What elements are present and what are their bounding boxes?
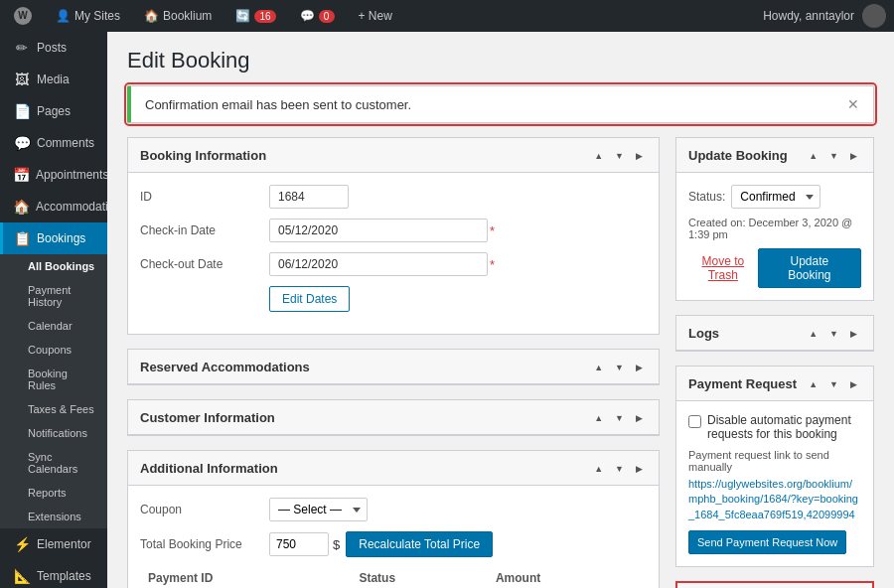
update-booking-button[interactable]: Update Booking — [758, 248, 861, 288]
updates-badge: 16 — [254, 10, 275, 23]
id-input[interactable] — [269, 185, 349, 209]
wp-logo-item[interactable]: W — [8, 0, 38, 32]
logs-collapse-up[interactable] — [805, 324, 821, 342]
sidebar-item-media-label: Media — [37, 73, 70, 86]
new-item[interactable]: + New — [353, 0, 398, 32]
status-select[interactable]: Confirmed Pending Cancelled Refunded — [731, 185, 820, 209]
resend-email-metabox: Resend Email Resend Email Send a copy of… — [675, 581, 874, 588]
coupon-select[interactable]: — Select — — [269, 498, 368, 521]
new-label: + New — [359, 9, 392, 23]
update-booking-body: Status: Confirmed Pending Cancelled Refu… — [676, 173, 873, 300]
payment-request-body: Disable automatic payment requests for t… — [676, 401, 873, 566]
coupon-select-wrap: — Select — — [269, 498, 368, 521]
ub-collapse-up[interactable] — [805, 146, 821, 164]
additional-info-title: Additional Information — [140, 461, 278, 476]
total-price-row: Total Booking Price $ Recalculate Total … — [140, 531, 647, 557]
submenu-taxes-fees[interactable]: Taxes & Fees — [0, 397, 107, 421]
col-status: Status — [351, 567, 488, 588]
logs-collapse-down[interactable] — [825, 324, 842, 342]
ub-collapse-down[interactable] — [825, 146, 842, 164]
pages-icon: 📄 — [13, 103, 31, 119]
res-acc-collapse-down[interactable] — [611, 358, 628, 375]
sidebar-item-comments[interactable]: 💬 Comments — [0, 127, 107, 159]
checkin-input[interactable] — [269, 219, 488, 242]
wp-logo-icon: W — [14, 7, 32, 25]
logs-toggle[interactable] — [846, 324, 861, 342]
pr-link[interactable]: https://uglywebsites.org/booklium/mphb_b… — [688, 477, 861, 522]
edit-dates-row: Edit Dates — [140, 286, 647, 312]
col-amount: Amount — [488, 567, 647, 588]
submenu-coupons[interactable]: Coupons — [0, 338, 107, 362]
move-to-trash-button[interactable]: Move to Trash — [688, 254, 758, 282]
total-price-input[interactable] — [269, 532, 329, 556]
additional-info-controls — [590, 459, 647, 477]
res-acc-collapse-up[interactable] — [590, 358, 607, 375]
booking-info-controls — [590, 146, 647, 164]
booking-info-toggle[interactable] — [632, 146, 647, 164]
add-info-collapse-up[interactable] — [590, 459, 607, 477]
pr-disable-checkbox[interactable] — [688, 415, 701, 428]
recalculate-button[interactable]: Recalculate Total Price — [346, 531, 493, 557]
checkout-row: Check-out Date * — [140, 252, 647, 276]
sidebar-item-media[interactable]: 🖼 Media — [0, 64, 107, 95]
res-acc-toggle[interactable] — [632, 358, 647, 375]
howdy-label: Howdy, anntaylor — [763, 9, 854, 23]
sidebar-item-elementor[interactable]: ⚡ Elementor — [0, 528, 107, 560]
submenu-calendar[interactable]: Calendar — [0, 314, 107, 338]
notice-dismiss[interactable]: ✕ — [847, 96, 859, 112]
pr-toggle[interactable] — [846, 374, 861, 392]
update-booking-title: Update Booking — [688, 148, 788, 163]
submenu-payment-history[interactable]: Payment History — [0, 278, 107, 314]
notice-text: Confirmation email has been sent to cust… — [145, 97, 411, 112]
updates-item[interactable]: 🔄 16 — [229, 0, 281, 32]
bookings-icon: 📋 — [13, 230, 31, 246]
sidebar-item-accommodation[interactable]: 🏠 Accommodation — [0, 191, 107, 222]
status-label: Status: — [688, 190, 725, 204]
edit-dates-button[interactable]: Edit Dates — [269, 286, 350, 312]
cust-info-collapse-up[interactable] — [590, 408, 607, 426]
add-info-toggle[interactable] — [632, 459, 647, 477]
sidebar-item-pages[interactable]: 📄 Pages — [0, 95, 107, 127]
submenu-all-bookings[interactable]: All Bookings — [0, 254, 107, 278]
sidebar-item-posts[interactable]: ✏ Posts — [0, 32, 107, 64]
booking-info-body: ID Check-in Date * Check-out Date * — [128, 173, 659, 334]
pr-link-label: Payment request link to send manually — [688, 449, 861, 473]
booking-info-collapse-down[interactable] — [611, 146, 628, 164]
pr-collapse-up[interactable] — [805, 374, 821, 392]
submenu-booking-rules[interactable]: Booking Rules — [0, 362, 107, 397]
cust-info-collapse-down[interactable] — [611, 408, 628, 426]
add-info-collapse-down[interactable] — [611, 459, 628, 477]
site-name-item[interactable]: 🏠 Booklium — [138, 0, 218, 32]
customer-info-metabox: Customer Information — [127, 399, 660, 436]
submenu-extensions[interactable]: Extensions — [0, 505, 107, 528]
sidebar-item-comments-label: Comments — [37, 136, 94, 150]
submenu-reports[interactable]: Reports — [0, 481, 107, 505]
checkout-input[interactable] — [269, 252, 488, 276]
submenu-sync-calendars[interactable]: Sync Calendars — [0, 445, 107, 481]
booking-info-collapse-up[interactable] — [590, 146, 607, 164]
site-name-label: Booklium — [163, 9, 212, 23]
my-sites-item[interactable]: 👤 My Sites — [50, 0, 126, 32]
ub-toggle[interactable] — [846, 146, 861, 164]
comments-icon: 💬 — [300, 9, 315, 23]
created-on-label: Created on: — [688, 217, 745, 228]
checkin-required: * — [490, 223, 495, 238]
pr-collapse-down[interactable] — [825, 374, 842, 392]
side-column: Update Booking Status: Confirmed — [675, 137, 874, 588]
sidebar-item-bookings-label: Bookings — [37, 231, 85, 245]
appointments-icon: 📅 — [13, 167, 30, 183]
payment-request-metabox: Payment Request Disable automatic paymen… — [675, 366, 874, 567]
payment-request-header: Payment Request — [676, 367, 873, 401]
comments-badge: 0 — [319, 10, 335, 23]
payment-table-header-row: Payment ID Status Amount — [140, 567, 647, 588]
sidebar-item-appointments[interactable]: 📅 Appointments — [0, 159, 107, 191]
col-payment-id: Payment ID — [140, 567, 351, 588]
sidebar-item-bookings[interactable]: 📋 Bookings — [0, 222, 107, 254]
send-payment-request-button[interactable]: Send Payment Request Now — [688, 530, 846, 554]
booking-info-title: Booking Information — [140, 148, 266, 163]
comments-item[interactable]: 💬 0 — [294, 0, 341, 32]
logs-title: Logs — [688, 326, 719, 341]
submenu-notifications[interactable]: Notifications — [0, 421, 107, 445]
cust-info-toggle[interactable] — [632, 408, 647, 426]
sidebar-item-templates[interactable]: 📐 Templates — [0, 560, 107, 588]
